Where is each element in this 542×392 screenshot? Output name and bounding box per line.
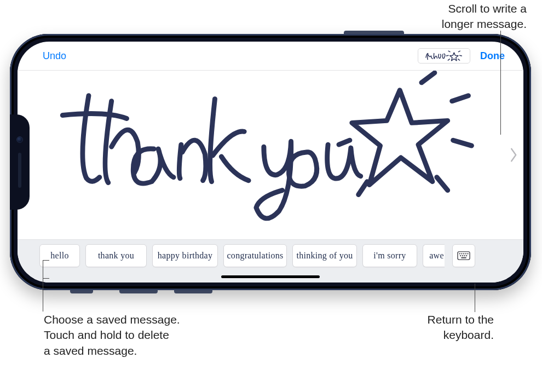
svg-rect-7 xyxy=(462,255,463,256)
preset-thinking-of-you[interactable]: thinking of you xyxy=(292,244,357,267)
svg-rect-5 xyxy=(467,253,468,254)
handwriting-preview-chip[interactable] xyxy=(418,48,470,64)
callout-keyboard: Return to the keyboard. xyxy=(428,312,494,343)
notch xyxy=(10,114,30,210)
svg-rect-6 xyxy=(460,255,461,256)
preset-im-sorry[interactable]: i'm sorry xyxy=(362,244,417,267)
callout-scroll: Scroll to write a longer message. xyxy=(442,1,527,32)
preset-happy-birthday[interactable]: happy birthday xyxy=(152,244,218,267)
toolbar: Undo Done xyxy=(18,42,523,70)
front-camera xyxy=(16,136,23,143)
handwriting-canvas[interactable] xyxy=(18,70,523,240)
callout-saved: Choose a saved message. Touch and hold t… xyxy=(44,312,180,359)
undo-button[interactable]: Undo xyxy=(43,50,66,62)
svg-rect-0 xyxy=(458,252,470,260)
screen: Undo Done xyxy=(18,42,523,283)
svg-rect-3 xyxy=(463,253,464,254)
iphone-frame: Undo Done xyxy=(10,34,531,290)
saved-messages-tray: hello thank you happy birthday congratul… xyxy=(18,240,523,283)
svg-rect-1 xyxy=(459,253,460,254)
done-button[interactable]: Done xyxy=(480,50,505,62)
home-indicator[interactable] xyxy=(221,275,320,278)
svg-rect-9 xyxy=(466,255,467,256)
handwriting-preview-icon xyxy=(420,50,468,62)
keyboard-icon xyxy=(457,251,470,261)
return-to-keyboard-button[interactable] xyxy=(452,244,475,267)
preset-hello[interactable]: hello xyxy=(39,244,80,267)
scroll-right-button[interactable] xyxy=(508,144,520,166)
preset-partial[interactable]: awe xyxy=(423,244,445,267)
svg-rect-8 xyxy=(464,255,465,256)
speaker-grille xyxy=(18,153,21,188)
handwriting-drawing xyxy=(28,71,477,239)
chevron-right-icon xyxy=(510,147,518,163)
svg-rect-4 xyxy=(465,253,466,254)
preset-congratulations[interactable]: congratulations xyxy=(223,244,287,267)
preset-thank-you[interactable]: thank you xyxy=(85,244,147,267)
svg-rect-10 xyxy=(461,257,466,258)
svg-rect-2 xyxy=(461,253,462,254)
